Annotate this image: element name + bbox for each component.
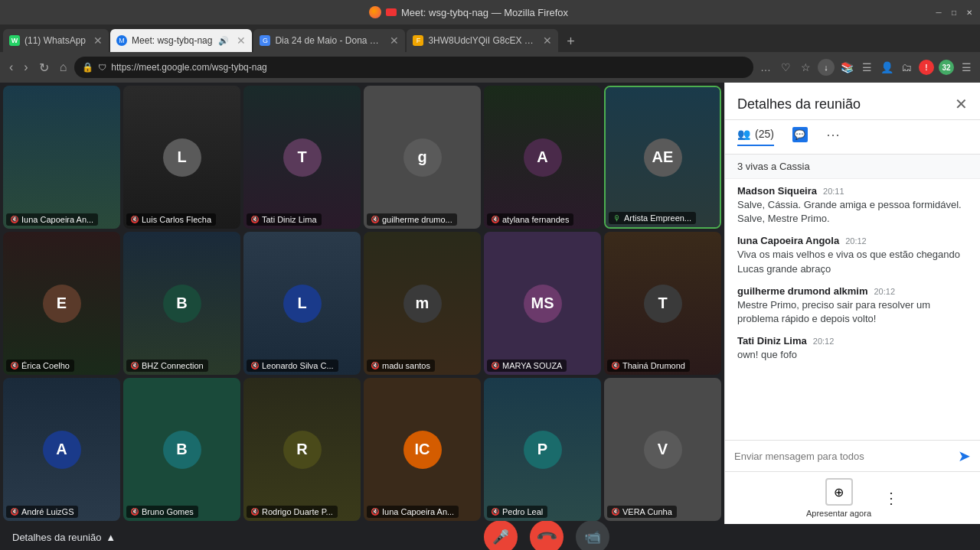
luis-mic-icon: 🔇	[131, 216, 139, 223]
bottom-controls-bar: Detalhes da reunião ▲ 🎤 📞 📹	[0, 524, 980, 550]
reload-button[interactable]: ↻	[36, 57, 52, 78]
tab-meet-close[interactable]: ✕	[237, 34, 246, 47]
tab-dia24-close[interactable]: ✕	[390, 34, 399, 47]
video-cell-pedro[interactable]: P 🔇 Pedro Leal	[484, 378, 601, 521]
more-options-panel-button[interactable]: ⋮	[884, 489, 899, 507]
video-cell-luis[interactable]: L 🔇 Luis Carlos Flecha	[123, 86, 240, 229]
chat-status-text: 3 vivas a Cassia	[737, 161, 810, 172]
bookmark-icon[interactable]: ♡	[778, 60, 793, 75]
tab-dia24[interactable]: G Dia 24 de Maio - Dona Seni... ✕	[253, 29, 405, 52]
luna-name: Iuna Capoeira An...	[21, 215, 93, 224]
tab-whatsapp[interactable]: W (11) WhatsApp ✕	[3, 29, 109, 52]
chat-status: 3 vivas a Cassia	[725, 155, 980, 179]
right-panel: Detalhes da reunião ✕ 👥 (25) 💬 ⋯ 3 vivas…	[724, 83, 980, 524]
bhz-mic-icon: 🔇	[131, 362, 139, 369]
video-cell-marya[interactable]: MS 🔇 MARYA SOUZA	[484, 232, 601, 375]
video-cell-bhz[interactable]: B 🔇 BHZ Connection	[123, 232, 240, 375]
window-title-text: Meet: wsg-tybq-nag — Mozilla Firefox	[401, 7, 568, 18]
video-cell-erica[interactable]: E 🔇 Érica Coelho	[3, 232, 120, 375]
guilherme-name-tag: 🔇 guilherme drumo...	[367, 213, 457, 226]
tab-meet[interactable]: M Meet: wsg-tybq-nag 🔊 ✕	[110, 29, 252, 52]
audio-icon[interactable]: 🔊	[218, 36, 229, 46]
leonardo-name-tag: 🔇 Leonardo Silva C...	[247, 360, 338, 372]
more-options-icon[interactable]: …	[758, 60, 773, 75]
participant-count: (25)	[755, 128, 774, 140]
video-cell-madu[interactable]: m 🔇 madu santos	[364, 232, 481, 375]
user-badge[interactable]: 32	[939, 60, 954, 75]
pedro-name-tag: 🔇 Pedro Leal	[487, 506, 547, 518]
madu-name-tag: 🔇 madu santos	[367, 360, 435, 372]
andre-video: A	[3, 378, 120, 521]
msg-author-2: Iuna Capoeira Angola	[737, 235, 839, 246]
present-icon: ⊕	[825, 478, 853, 506]
video-cell-thaina[interactable]: T 🔇 Thainá Drumond	[604, 232, 721, 375]
msg-time-4: 20:12	[813, 337, 835, 346]
url-box[interactable]: 🔒 🛡 https://meet.google.com/wsg-tybq-nag	[74, 57, 753, 78]
video-cell-bruno[interactable]: B 🔇 Bruno Gomes	[123, 378, 240, 521]
back-button[interactable]: ‹	[6, 57, 16, 77]
reader-mode-icon[interactable]: ☰	[859, 60, 874, 75]
tab-participants[interactable]: 👥 (25)	[737, 128, 774, 146]
bhz-name: BHZ Connection	[142, 361, 204, 370]
forward-button[interactable]: ›	[21, 57, 31, 77]
sync-icon[interactable]: 👤	[879, 60, 894, 75]
atylana-mic-icon: 🔇	[492, 216, 499, 223]
tab4-close[interactable]: ✕	[543, 34, 552, 47]
msg-text-2: Viva os mais velhos e viva os que estão …	[737, 248, 968, 275]
tab-bar: W (11) WhatsApp ✕ M Meet: wsg-tybq-nag 🔊…	[0, 24, 980, 52]
video-cell-leonardo[interactable]: L 🔇 Leonardo Silva C...	[243, 232, 361, 375]
artista-mic-icon: 🎙	[613, 214, 621, 223]
bookmarks-icon[interactable]: 📚	[839, 60, 854, 75]
new-tab-button[interactable]: +	[560, 31, 581, 52]
luis-name: Luis Carlos Flecha	[142, 215, 211, 224]
tab-4[interactable]: F 3HW8UdclYQiI G8cEX c | R... ✕	[407, 29, 558, 52]
video-cell-rodrigo[interactable]: R 🔇 Rodrigo Duarte P...	[243, 378, 361, 521]
minimize-button[interactable]: ─	[934, 8, 943, 17]
msg-text-3: Mestre Primo, preciso sair para resolver…	[737, 298, 968, 326]
message-2: Iuna Capoeira Angola 20:12 Viva os mais …	[737, 235, 968, 275]
chat-input[interactable]	[734, 451, 952, 462]
video-button[interactable]: 📹	[576, 520, 609, 550]
tab-chat[interactable]: 💬	[792, 127, 808, 147]
mute-button[interactable]: 🎤	[484, 520, 518, 550]
bhz-avatar: B	[163, 285, 201, 323]
meeting-details-button[interactable]: Detalhes da reunião ▲	[12, 532, 116, 543]
container-icon[interactable]: 🗂	[899, 60, 914, 75]
tab4-label: 3HW8UdclYQiI G8cEX c | R...	[428, 35, 535, 46]
menu-icon[interactable]: ☰	[959, 60, 974, 75]
msg-header-1: Madson Siqueira 20:11	[737, 185, 968, 197]
tab-network[interactable]: ⋯	[826, 126, 840, 148]
maximize-button[interactable]: □	[949, 8, 959, 17]
notification-badge[interactable]: !	[919, 60, 934, 75]
video-cell-luna[interactable]: 🔇 Iuna Capoeira An...	[3, 86, 120, 229]
tab-whatsapp-label: (11) WhatsApp	[24, 35, 86, 46]
video-cell-tati[interactable]: T 🔇 Tati Diniz Lima	[243, 86, 361, 229]
tati-name-tag: 🔇 Tati Diniz Lima	[247, 213, 322, 226]
msg-text-1: Salve, Cássia. Grande amiga e pessoa for…	[737, 198, 968, 226]
panel-close-button[interactable]: ✕	[955, 95, 968, 113]
home-button[interactable]: ⌂	[57, 57, 70, 77]
lock-icon: 🔒	[82, 62, 93, 73]
video-cell-andre[interactable]: A 🔇 André LuizGS	[3, 378, 120, 521]
video-cell-atylana[interactable]: A 🔇 atylana fernandes	[484, 86, 601, 229]
network-icon: ⋯	[826, 126, 840, 143]
madu-mic-icon: 🔇	[371, 362, 379, 369]
star-icon[interactable]: ☆	[798, 60, 813, 75]
bruno-avatar: B	[163, 431, 201, 469]
msg-header-2: Iuna Capoeira Angola 20:12	[737, 235, 968, 246]
download-button[interactable]: ↓	[818, 59, 835, 76]
video-cell-luna2[interactable]: IC 🔇 Iuna Capoeira An...	[364, 378, 481, 521]
present-now-button[interactable]: ⊕ Apresentar agora	[806, 478, 871, 518]
video-cell-artista[interactable]: AE 🎙 Artista Empreen...	[604, 86, 721, 229]
hangup-button[interactable]: 📞	[530, 520, 564, 550]
marya-name-tag: 🔇 MARYA SOUZA	[487, 360, 567, 372]
window-controls: ─ □ ✕	[934, 8, 974, 17]
chat-messages[interactable]: Madson Siqueira 20:11 Salve, Cássia. Gra…	[725, 179, 980, 440]
tab-whatsapp-close[interactable]: ✕	[93, 34, 103, 47]
marya-name: MARYA SOUZA	[502, 361, 562, 370]
close-window-button[interactable]: ✕	[965, 8, 974, 17]
video-cell-vera[interactable]: V 🔇 VERA Cunha	[604, 378, 721, 521]
send-button[interactable]: ➤	[958, 447, 971, 465]
video-cell-guilherme[interactable]: g 🔇 guilherme drumo...	[364, 86, 481, 229]
more-icon: ⋮	[884, 490, 899, 506]
